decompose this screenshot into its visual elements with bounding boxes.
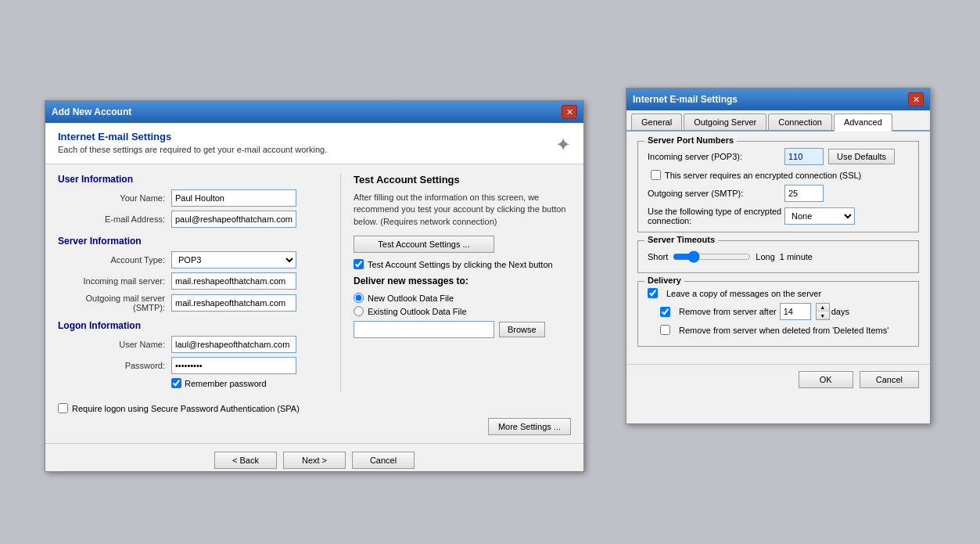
encrypt-type-select[interactable]: None SSL TLS: [784, 207, 855, 225]
more-settings-row: More Settings ...: [45, 413, 583, 440]
file-path-input[interactable]: [354, 321, 494, 338]
leave-copy-row: Leave a copy of messages on the server: [648, 288, 909, 298]
days-up-button[interactable]: ▲: [817, 304, 829, 312]
password-input[interactable]: [171, 357, 296, 374]
outgoing-server-input[interactable]: [171, 294, 296, 312]
spa-checkbox[interactable]: [58, 403, 68, 413]
test-next-checkbox[interactable]: [354, 259, 364, 269]
left-panel: User Information Your Name: E-mail Addre…: [58, 174, 325, 392]
ok-button[interactable]: OK: [799, 371, 853, 388]
tabs: General Outgoing Server Connection Advan…: [626, 110, 930, 131]
timeout-value: 1 minute: [780, 252, 813, 261]
right-panel: Test Account Settings After filling out …: [340, 174, 571, 392]
spa-label: Require logon using Secure Password Auth…: [72, 404, 300, 413]
ssl-row: This server requires an encrypted connec…: [651, 170, 909, 180]
account-type-row: Account Type: POP3 IMAP: [58, 251, 325, 268]
email-settings-dialog: Internet E-mail Settings ✕ General Outgo…: [626, 88, 931, 424]
existing-outlook-file-radio[interactable]: [354, 306, 364, 316]
remove-deleted-label: Remove from server when deleted from 'De…: [679, 326, 888, 335]
tab-connection[interactable]: Connection: [768, 113, 832, 130]
delivery-legend: Delivery: [644, 276, 684, 285]
advanced-tab-content: Server Port Numbers Incoming server (POP…: [626, 131, 930, 364]
browse-button[interactable]: Browse: [499, 322, 545, 337]
outgoing-server-label: Outgoing mail server (SMTP):: [58, 294, 171, 312]
days-down-button[interactable]: ▼: [817, 312, 829, 319]
incoming-server-input[interactable]: [171, 272, 296, 290]
outgoing-server-row: Outgoing mail server (SMTP):: [58, 294, 325, 312]
ok-cancel-row: OK Cancel: [626, 364, 930, 394]
ssl-label: This server requires an encrypted connec…: [665, 171, 861, 180]
email-label: E-mail Address:: [58, 214, 171, 224]
incoming-server-row: Incoming mail server:: [58, 272, 325, 290]
test-next-label: Test Account Settings by clicking the Ne…: [368, 260, 553, 269]
remember-password-label: Remember password: [185, 379, 267, 388]
password-label: Password:: [58, 361, 171, 370]
remove-after-checkbox[interactable]: [660, 307, 670, 317]
incoming-port-input[interactable]: [784, 148, 824, 165]
name-input[interactable]: [171, 189, 296, 207]
account-type-select[interactable]: POP3 IMAP: [171, 251, 296, 268]
next-button[interactable]: Next >: [283, 452, 346, 469]
timeout-slider[interactable]: [673, 250, 751, 263]
incoming-port-row: Incoming server (POP3): Use Defaults: [648, 148, 909, 165]
use-defaults-button[interactable]: Use Defaults: [828, 149, 895, 164]
remember-password-checkbox[interactable]: [171, 378, 181, 388]
email-settings-header: Internet E-mail Settings Each of these s…: [45, 123, 583, 164]
remember-password-row: Remember password: [58, 378, 325, 388]
existing-outlook-file-row: Existing Outlook Data File: [354, 306, 571, 316]
email-settings-close-button[interactable]: ✕: [908, 92, 924, 106]
name-row: Your Name:: [58, 189, 325, 207]
header-text: Internet E-mail Settings Each of these s…: [58, 131, 327, 154]
nav-buttons: < Back Next > Cancel: [45, 443, 583, 477]
header-title: Internet E-mail Settings: [58, 131, 327, 142]
server-port-numbers-legend: Server Port Numbers: [644, 135, 737, 145]
server-info-title: Server Information: [58, 236, 325, 247]
test-account-settings-button[interactable]: Test Account Settings ...: [354, 236, 494, 253]
spa-row: Require logon using Secure Password Auth…: [45, 403, 583, 413]
timeout-slider-row: Short Long 1 minute: [648, 250, 909, 263]
new-outlook-file-row: New Outlook Data File: [354, 293, 571, 303]
file-row: Browse: [354, 321, 571, 338]
existing-outlook-file-label: Existing Outlook Data File: [368, 307, 467, 316]
username-row: User Name:: [58, 336, 325, 353]
logon-info-title: Logon Information: [58, 320, 325, 331]
leave-copy-checkbox[interactable]: [648, 288, 658, 298]
long-label: Long: [756, 252, 774, 261]
outgoing-port-row: Outgoing server (SMTP):: [648, 185, 909, 202]
delivery-group: Delivery Leave a copy of messages on the…: [637, 281, 919, 347]
user-info-title: User Information: [58, 174, 325, 185]
remove-after-label: Remove from server after: [679, 307, 777, 316]
leave-copy-label: Leave a copy of messages on the server: [666, 289, 821, 298]
email-settings-title: Internet E-mail Settings: [633, 94, 738, 105]
remove-after-row: Remove from server after ▲ ▼ days: [660, 303, 909, 320]
days-input[interactable]: [780, 303, 811, 320]
wizard-icon: ✦: [555, 134, 571, 156]
tab-general[interactable]: General: [631, 113, 682, 130]
server-timeouts-legend: Server Timeouts: [644, 235, 718, 244]
email-row: E-mail Address:: [58, 211, 325, 228]
short-label: Short: [648, 252, 668, 261]
remove-deleted-checkbox[interactable]: [660, 325, 670, 335]
encrypt-type-label: Use the following type of encrypted conn…: [648, 207, 784, 225]
new-outlook-file-radio[interactable]: [354, 293, 364, 303]
main-content: User Information Your Name: E-mail Addre…: [45, 164, 583, 402]
add-account-close-button[interactable]: ✕: [562, 105, 577, 119]
username-input[interactable]: [171, 336, 296, 353]
incoming-port-label: Incoming server (POP3):: [648, 152, 784, 161]
cancel-button[interactable]: Cancel: [352, 452, 415, 469]
ssl-checkbox[interactable]: [651, 170, 661, 180]
tab-outgoing-server[interactable]: Outgoing Server: [684, 113, 766, 130]
cancel-button-settings[interactable]: Cancel: [860, 371, 919, 388]
add-account-titlebar: Add New Account ✕: [45, 101, 583, 123]
new-outlook-file-label: New Outlook Data File: [368, 294, 454, 303]
tab-advanced[interactable]: Advanced: [834, 113, 892, 131]
add-account-body: Internet E-mail Settings Each of these s…: [45, 123, 583, 477]
username-label: User Name:: [58, 340, 171, 349]
test-settings-description: After filling out the information on thi…: [354, 192, 571, 228]
back-button[interactable]: < Back: [214, 452, 277, 469]
test-next-checkbox-row: Test Account Settings by clicking the Ne…: [354, 259, 571, 269]
outgoing-port-input[interactable]: [784, 185, 824, 202]
email-input[interactable]: [171, 211, 296, 228]
more-settings-button[interactable]: More Settings ...: [488, 418, 571, 435]
name-label: Your Name:: [58, 193, 171, 203]
